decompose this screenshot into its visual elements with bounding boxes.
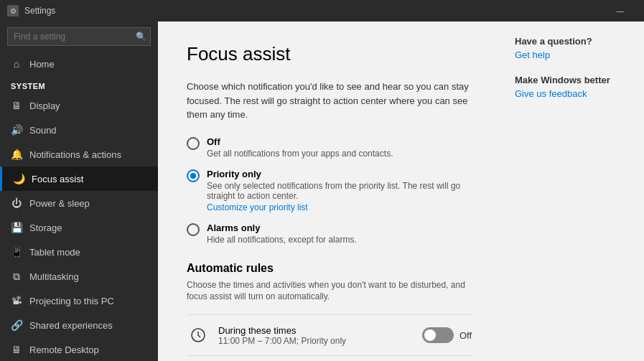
- search-icon: 🔍: [136, 32, 146, 42]
- rule-during-times-sub: 11:00 PM – 7:00 AM; Priority only: [218, 336, 422, 346]
- titlebar: ⚙ Settings —: [0, 0, 644, 22]
- sidebar-item-projecting[interactable]: 📽 Projecting to this PC: [0, 289, 158, 313]
- sidebar-item-notifications-label: Notifications & actions: [29, 149, 121, 160]
- radio-priority-desc: See only selected notifications from the…: [207, 181, 472, 201]
- sidebar-item-shared-label: Shared experiences: [29, 320, 113, 331]
- radio-alarms[interactable]: Alarms only Hide all notifications, exce…: [187, 222, 472, 245]
- sidebar-item-tablet-label: Tablet mode: [29, 247, 80, 258]
- radio-priority-content: Priority only See only selected notifica…: [207, 169, 472, 212]
- sidebar-item-notifications[interactable]: 🔔 Notifications & actions: [0, 142, 158, 167]
- sidebar-item-storage[interactable]: 💾 Storage: [0, 215, 158, 240]
- projecting-icon: 📽: [11, 295, 22, 306]
- minimize-button[interactable]: —: [604, 0, 637, 22]
- sidebar-item-display-label: Display: [29, 100, 60, 111]
- sidebar-item-multitasking-label: Multitasking: [29, 271, 79, 282]
- rule-during-times-text: During these times 11:00 PM – 7:00 AM; P…: [218, 325, 422, 346]
- feedback-link[interactable]: Give us feedback: [515, 88, 630, 99]
- sidebar-item-sound[interactable]: 🔊 Sound: [0, 118, 158, 142]
- shared-icon: 🔗: [11, 319, 22, 331]
- sidebar-item-projecting-label: Projecting to this PC: [29, 296, 114, 306]
- sidebar-item-home-label: Home: [29, 59, 55, 70]
- get-help-link[interactable]: Get help: [515, 50, 630, 60]
- help-heading: Have a question?: [515, 36, 630, 47]
- sidebar-item-multitasking[interactable]: ⧉ Multitasking: [0, 264, 158, 289]
- sidebar-item-storage-label: Storage: [29, 222, 62, 233]
- radio-off-desc: Get all notifications from your apps and…: [207, 149, 393, 159]
- radio-alarms-label: Alarms only: [207, 222, 357, 233]
- sidebar-item-shared[interactable]: 🔗 Shared experiences: [0, 313, 158, 337]
- display-icon: 🖥: [11, 100, 22, 111]
- sidebar-item-display[interactable]: 🖥 Display: [0, 93, 158, 118]
- storage-icon: 💾: [11, 222, 22, 233]
- help-section: Have a question? Get help: [515, 36, 630, 60]
- right-panel: Have a question? Get help Make Windows b…: [500, 22, 644, 361]
- feedback-section: Make Windows better Give us feedback: [515, 75, 630, 99]
- sidebar-item-remote-label: Remote Desktop: [29, 344, 99, 355]
- focus-assist-icon: 🌙: [13, 173, 24, 184]
- page-title: Focus assist: [187, 43, 472, 65]
- rule-duplicating-display: When I'm duplicating my display Alarms o…: [187, 355, 472, 361]
- customize-priority-link[interactable]: Customize your priority list: [207, 202, 472, 212]
- home-icon: ⌂: [11, 58, 22, 70]
- rule-during-times-toggle-label: Off: [459, 330, 472, 341]
- sidebar-item-sound-label: Sound: [29, 125, 57, 136]
- radio-alarms-content: Alarms only Hide all notifications, exce…: [207, 222, 357, 245]
- sidebar-item-home[interactable]: ⌂ Home: [0, 52, 158, 76]
- system-section-label: System: [0, 76, 158, 93]
- titlebar-title: Settings: [24, 6, 55, 16]
- multitasking-icon: ⧉: [11, 271, 22, 282]
- radio-group: Off Get all notifications from your apps…: [187, 136, 472, 245]
- automatic-rules-title: Automatic rules: [187, 262, 472, 275]
- radio-off-label: Off: [207, 136, 393, 147]
- tablet-icon: 📱: [11, 246, 22, 258]
- remote-icon: 🖥: [11, 344, 22, 355]
- main-content: Focus assist Choose which notification y…: [158, 22, 500, 361]
- radio-priority-label: Priority only: [207, 169, 472, 179]
- sidebar-item-power[interactable]: ⏻ Power & sleep: [0, 191, 158, 215]
- radio-off[interactable]: Off Get all notifications from your apps…: [187, 136, 472, 159]
- radio-alarms-circle[interactable]: [187, 223, 200, 236]
- sidebar-item-tablet[interactable]: 📱 Tablet mode: [0, 240, 158, 264]
- clock-icon: [187, 324, 210, 347]
- titlebar-controls: —: [604, 0, 637, 22]
- search-input[interactable]: [7, 27, 151, 46]
- titlebar-icon: ⚙: [7, 5, 19, 17]
- sidebar-item-focus-assist-label: Focus assist: [32, 174, 83, 184]
- sidebar-item-focus-assist[interactable]: 🌙 Focus assist: [0, 167, 158, 191]
- rule-during-times-label: During these times: [218, 325, 422, 336]
- rule-during-times: During these times 11:00 PM – 7:00 AM; P…: [187, 314, 472, 355]
- notifications-icon: 🔔: [11, 149, 22, 160]
- automatic-rules-desc: Choose the times and activities when you…: [187, 279, 472, 304]
- power-icon: ⏻: [11, 197, 22, 209]
- sidebar-item-remote[interactable]: 🖥 Remote Desktop: [0, 337, 158, 361]
- radio-priority[interactable]: Priority only See only selected notifica…: [187, 169, 472, 212]
- sidebar-search-container: 🔍: [7, 27, 151, 46]
- rule-during-times-toggle[interactable]: [422, 327, 454, 343]
- radio-priority-circle[interactable]: [187, 169, 200, 182]
- radio-alarms-desc: Hide all notifications, except for alarm…: [207, 235, 357, 245]
- radio-off-circle[interactable]: [187, 137, 200, 150]
- main-layout: 🔍 ⌂ Home System 🖥 Display 🔊 Sound 🔔 Noti…: [0, 22, 644, 361]
- feedback-heading: Make Windows better: [515, 75, 630, 85]
- sidebar: 🔍 ⌂ Home System 🖥 Display 🔊 Sound 🔔 Noti…: [0, 22, 158, 361]
- content-description: Choose which notification you'd like to …: [187, 80, 472, 122]
- rule-during-times-toggle-container: Off: [422, 327, 472, 343]
- sidebar-item-power-label: Power & sleep: [29, 198, 90, 209]
- radio-off-content: Off Get all notifications from your apps…: [207, 136, 393, 159]
- sound-icon: 🔊: [11, 124, 22, 136]
